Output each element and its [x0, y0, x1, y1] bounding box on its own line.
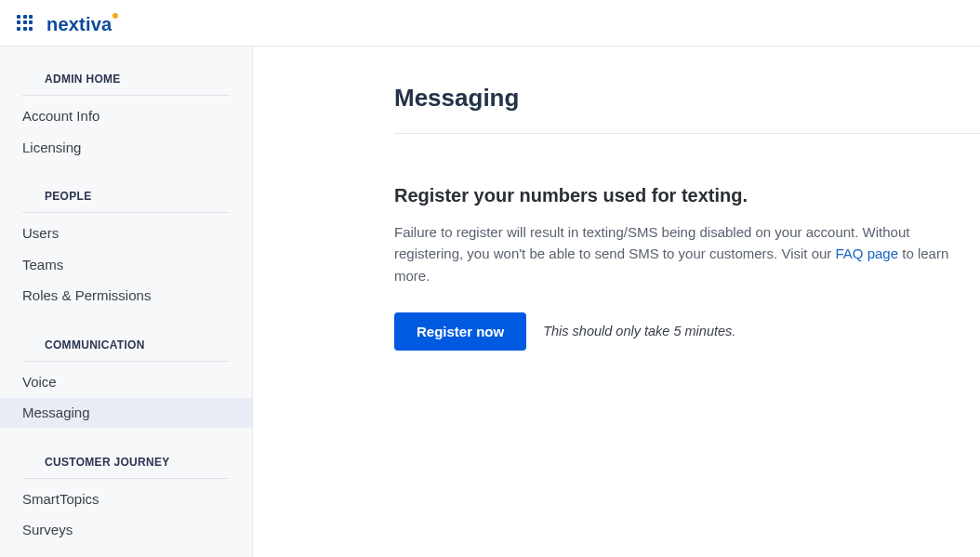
- nav-section: COMMUNICATIONVoiceMessaging: [0, 338, 252, 428]
- svg-text:nextiva: nextiva: [46, 14, 113, 34]
- sidebar-item-voice[interactable]: Voice: [0, 367, 252, 397]
- section-description: Failure to register will result in texti…: [394, 221, 952, 286]
- section-title: Register your numbers used for texting.: [394, 185, 980, 206]
- nav-section-header: ADMIN HOME: [22, 73, 230, 96]
- main-content: Messaging Register your numbers used for…: [253, 46, 980, 557]
- nav-section: ADMIN HOMEAccount InfoLicensing: [0, 73, 252, 162]
- svg-point-0: [113, 13, 118, 19]
- sidebar-item-account-info[interactable]: Account Info: [0, 101, 252, 131]
- sidebar-item-roles-permissions[interactable]: Roles & Permissions: [0, 281, 252, 311]
- register-now-button[interactable]: Register now: [394, 312, 526, 351]
- sidebar-nav: ADMIN HOMEAccount InfoLicensingPEOPLEUse…: [0, 46, 253, 557]
- nav-section-header: PEOPLE: [22, 190, 230, 213]
- time-hint: This should only take 5 minutes.: [543, 324, 735, 338]
- sidebar-item-surveys[interactable]: Surveys: [0, 515, 252, 545]
- app-launcher-icon[interactable]: [17, 15, 33, 32]
- faq-link[interactable]: FAQ page: [836, 245, 899, 261]
- nextiva-logo-icon: nextiva: [46, 12, 132, 34]
- sidebar-item-licensing[interactable]: Licensing: [0, 133, 252, 163]
- nav-section: CUSTOMER JOURNEYSmartTopicsSurveys: [0, 456, 252, 545]
- desc-prefix: Failure to register will result in texti…: [394, 224, 909, 261]
- sidebar-item-users[interactable]: Users: [0, 219, 252, 248]
- nav-section-header: CUSTOMER JOURNEY: [22, 456, 230, 479]
- action-row: Register now This should only take 5 min…: [394, 312, 980, 351]
- sidebar-item-smarttopics[interactable]: SmartTopics: [0, 484, 252, 514]
- page-title: Messaging: [394, 84, 980, 113]
- nav-section-header: COMMUNICATION: [22, 338, 230, 362]
- title-divider: [394, 133, 980, 134]
- top-bar: nextiva: [0, 0, 980, 46]
- sidebar-item-teams[interactable]: Teams: [0, 250, 252, 280]
- sidebar-item-messaging[interactable]: Messaging: [0, 398, 252, 428]
- brand-logo[interactable]: nextiva: [46, 12, 132, 34]
- nav-section: PEOPLEUsersTeamsRoles & Permissions: [0, 190, 252, 311]
